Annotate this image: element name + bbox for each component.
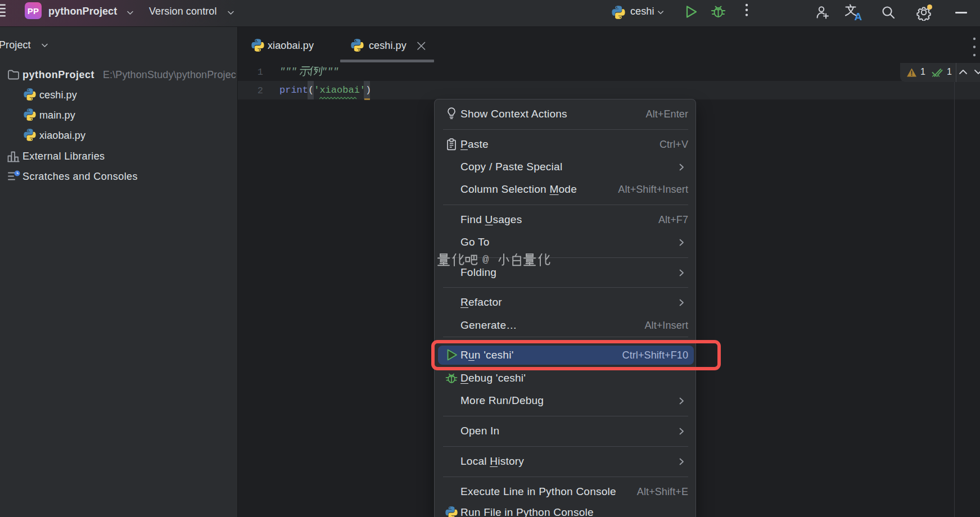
- svg-text:A: A: [855, 11, 862, 22]
